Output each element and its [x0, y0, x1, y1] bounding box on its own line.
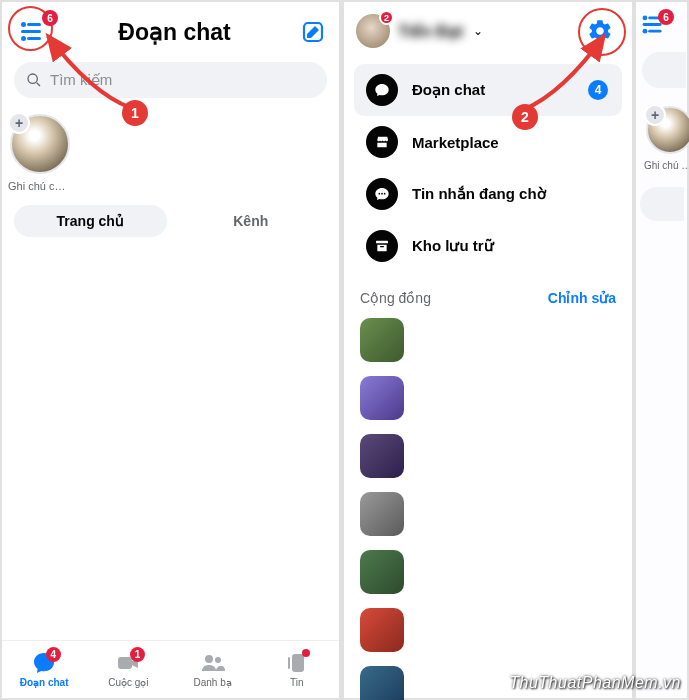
tab-chat[interactable]: 4 Đoạn chat	[2, 651, 86, 688]
menu-item-requests[interactable]: Tin nhắn đang chờ	[354, 168, 622, 220]
tab-news-dot	[302, 649, 310, 657]
avatar: 2	[356, 14, 390, 48]
svg-point-1	[28, 74, 37, 83]
chevron-down-icon: ⌄	[473, 24, 483, 38]
tab-news-label: Tin	[290, 677, 304, 688]
community-edit-link[interactable]: Chỉnh sửa	[548, 290, 616, 306]
segment-home[interactable]: Trang chủ	[14, 205, 167, 237]
community-list	[344, 314, 632, 700]
svg-rect-11	[380, 246, 384, 247]
message-pending-icon	[366, 178, 398, 210]
avatar-badge: 2	[379, 10, 394, 25]
community-item[interactable]	[354, 604, 622, 656]
plus-icon: +	[644, 104, 666, 126]
community-item[interactable]	[354, 372, 622, 424]
menu-item-label: Đoạn chat	[412, 81, 485, 99]
drawer-menu: Đoạn chat 4 Marketplace Tin nhắn đang ch…	[344, 60, 632, 276]
tab-calls-badge: 1	[130, 647, 145, 662]
community-item[interactable]	[354, 430, 622, 482]
story-sliver[interactable]: + Ghi chú của b...	[638, 100, 687, 177]
tab-calls[interactable]: 1 Cuộc gọi	[86, 651, 170, 688]
search-placeholder: Tìm kiếm	[50, 71, 112, 89]
svg-rect-10	[376, 241, 388, 244]
svg-rect-6	[288, 657, 290, 669]
svg-point-9	[384, 193, 386, 195]
chat-bubble-icon	[366, 74, 398, 106]
story-row: + Ghi chú của b...	[2, 108, 339, 199]
archive-icon	[366, 230, 398, 262]
menu-badge: 6	[42, 10, 58, 26]
search-input-sliver[interactable]	[642, 52, 686, 88]
svg-rect-5	[292, 654, 304, 672]
segment-channel[interactable]: Kênh	[175, 205, 328, 237]
community-item[interactable]	[354, 488, 622, 540]
menu-item-label: Kho lưu trữ	[412, 237, 494, 255]
segment-control: Trang chủ Kênh	[2, 199, 339, 243]
svg-point-3	[205, 655, 213, 663]
search-icon	[26, 72, 42, 88]
search-input[interactable]: Tìm kiếm	[14, 62, 327, 98]
svg-point-4	[215, 657, 221, 663]
tab-contacts[interactable]: Danh bạ	[171, 651, 255, 688]
menu-item-badge: 4	[588, 80, 608, 100]
tab-news[interactable]: Tin	[255, 651, 339, 688]
page-title: Đoạn chat	[118, 19, 230, 46]
right-sliver-panel: 6 + Ghi chú của b...	[636, 2, 687, 698]
svg-point-8	[381, 193, 383, 195]
community-header: Cộng đồng Chỉnh sửa	[344, 276, 632, 314]
menu-item-label: Tin nhắn đang chờ	[412, 185, 546, 203]
menu-button[interactable]: 6	[16, 16, 48, 48]
menu-badge-sliver: 6	[658, 9, 674, 25]
community-item[interactable]	[354, 546, 622, 598]
community-item[interactable]	[354, 314, 622, 366]
profile-switcher[interactable]: 2 Tiến Đạt ⌄	[356, 14, 483, 48]
tab-contacts-label: Danh bạ	[194, 677, 232, 688]
gear-icon	[587, 18, 613, 44]
story-label-sliver: Ghi chú của b...	[642, 160, 689, 171]
menu-item-marketplace[interactable]: Marketplace	[354, 116, 622, 168]
svg-rect-2	[118, 657, 132, 669]
menu-item-archive[interactable]: Kho lưu trữ	[354, 220, 622, 272]
store-icon	[366, 126, 398, 158]
settings-button[interactable]	[584, 15, 616, 47]
bottom-tabbar: 4 Đoạn chat 1 Cuộc gọi Danh bạ Tin	[2, 640, 339, 698]
svg-point-7	[378, 193, 380, 195]
community-item[interactable]	[354, 662, 622, 700]
tab-chat-label: Đoạn chat	[20, 677, 69, 688]
profile-name: Tiến Đạt	[398, 22, 463, 41]
tab-calls-label: Cuộc gọi	[108, 677, 148, 688]
menu-item-label: Marketplace	[412, 134, 499, 151]
compose-icon[interactable]	[301, 20, 325, 44]
story-label: Ghi chú của b...	[6, 180, 70, 193]
hamburger-icon	[21, 23, 43, 41]
menu-item-chat[interactable]: Đoạn chat 4	[354, 64, 622, 116]
people-icon	[201, 651, 225, 675]
segment-sliver[interactable]	[640, 187, 684, 221]
drawer-panel: 2 Tiến Đạt ⌄ Đoạn chat 4 Marketplace Tin…	[344, 2, 632, 698]
menu-button-sliver[interactable]: 6	[642, 16, 670, 40]
tab-chat-badge: 4	[46, 647, 61, 662]
my-story[interactable]: + Ghi chú của b...	[6, 114, 70, 193]
plus-icon: +	[8, 112, 30, 134]
community-title: Cộng đồng	[360, 290, 431, 306]
main-chat-panel: 6 Đoạn chat Tìm kiếm + Ghi chú của b... …	[2, 2, 339, 698]
